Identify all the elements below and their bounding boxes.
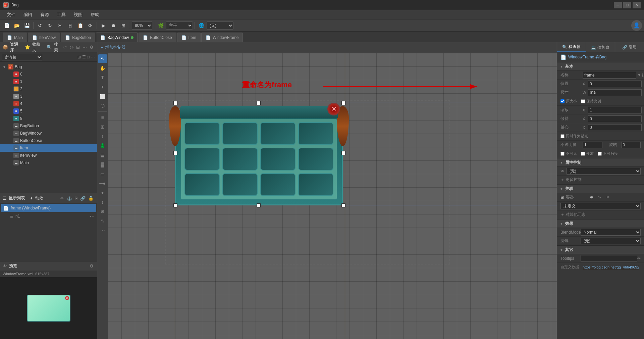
- section-prop-control[interactable]: ▼ 属性控制: [557, 158, 644, 167]
- tab-bagwindow[interactable]: 📄 BagWindow: [96, 33, 138, 42]
- tree-item-5[interactable]: ■ 5: [0, 107, 97, 115]
- frame-action-2[interactable]: •: [92, 206, 94, 210]
- paste-btn[interactable]: 📋: [75, 21, 85, 30]
- tree-item-1[interactable]: ■ 1: [0, 78, 97, 85]
- tree-item-buttonclose[interactable]: ▬ ButtonClose: [0, 137, 97, 144]
- filter-icon-3[interactable]: □: [87, 55, 90, 59]
- bag-slot-1[interactable]: [222, 122, 258, 145]
- bag-slot-11[interactable]: [298, 173, 333, 196]
- add-controller-btn[interactable]: ＋ 增加控制器: [100, 45, 125, 50]
- menu-edit[interactable]: 编辑: [19, 10, 36, 19]
- bag-slot-2[interactable]: [260, 122, 296, 145]
- tree-item-8[interactable]: ■ 8: [0, 115, 97, 122]
- undo-btn[interactable]: ↺: [35, 21, 45, 30]
- tab-bagbutton[interactable]: 📄 BagButton: [61, 33, 95, 42]
- container-target-btn[interactable]: ⊕: [588, 194, 595, 201]
- handle-tc[interactable]: [257, 101, 261, 105]
- lock-btn[interactable]: 🔒: [88, 195, 94, 201]
- text-tool[interactable]: T: [98, 73, 107, 82]
- name-info-btn[interactable]: ℹ: [642, 73, 644, 78]
- bag-slot-6[interactable]: [260, 148, 296, 171]
- bag-slot-3[interactable]: [298, 122, 333, 145]
- prog-tool[interactable]: ▓: [98, 160, 107, 169]
- redo-btn[interactable]: ↻: [45, 21, 55, 30]
- tree-item-main[interactable]: ▬ Main: [0, 159, 97, 166]
- tooltips-edit-btn[interactable]: ✏: [637, 256, 641, 261]
- untouchable-checkbox[interactable]: [598, 152, 602, 156]
- preview-settings-btn[interactable]: ⚙: [89, 263, 94, 269]
- pivot-x-input[interactable]: [588, 124, 642, 131]
- bag-slot-0[interactable]: [184, 122, 220, 145]
- grayed-checkbox[interactable]: [581, 152, 585, 156]
- new-button[interactable]: 📄: [2, 21, 11, 30]
- transform-tool[interactable]: ⊕: [98, 207, 107, 216]
- tooltips-input[interactable]: [581, 255, 637, 262]
- section-relation[interactable]: ▼ 关联: [557, 184, 644, 193]
- menu-tools[interactable]: 工具: [53, 10, 70, 19]
- rect-tool[interactable]: ⬜: [98, 92, 107, 101]
- size-w-input[interactable]: [588, 89, 642, 96]
- filter-select[interactable]: (无): [581, 238, 641, 244]
- container-value-select[interactable]: 未定义: [560, 203, 641, 209]
- tree-item-item[interactable]: ▬ Item: [0, 144, 97, 152]
- prop-control-select[interactable]: (无): [567, 168, 641, 175]
- move-tool[interactable]: ⤡: [98, 216, 107, 225]
- copy-btn[interactable]: ⎘: [65, 21, 75, 30]
- filter-icon-2[interactable]: ☰: [82, 55, 86, 59]
- tree-item-4[interactable]: ✕ 4: [0, 100, 97, 107]
- keepratio-checkbox[interactable]: [581, 99, 585, 103]
- package-filter[interactable]: 所有包: [2, 54, 42, 60]
- stop-btn[interactable]: ⏺: [109, 21, 118, 30]
- handle-bl[interactable]: [173, 203, 177, 207]
- bag-slot-8[interactable]: [184, 173, 220, 196]
- text-rich-tool[interactable]: T̲: [98, 83, 107, 91]
- bag-slot-4[interactable]: [184, 148, 220, 171]
- container-close-btn[interactable]: ✕: [604, 194, 611, 201]
- tree-item-bagwindow[interactable]: ▬ BagWindow: [0, 130, 97, 137]
- canvas-viewport[interactable]: ✕ 重命名为frame: [108, 53, 557, 339]
- tree-item-bagbutton[interactable]: ▬ BagButton: [0, 122, 97, 130]
- scroll-v-tool[interactable]: ↕: [98, 198, 107, 206]
- filter-icon-1[interactable]: ⊞: [77, 55, 81, 59]
- play-btn[interactable]: ▶: [99, 21, 108, 30]
- more-btn[interactable]: ⋯: [82, 44, 88, 50]
- grid-ctrl-tool[interactable]: ⊞: [98, 123, 107, 131]
- bag-close-button[interactable]: ✕: [327, 103, 340, 115]
- settings-icon[interactable]: ⚙: [89, 44, 94, 50]
- tree-tool[interactable]: 🌲: [98, 141, 107, 150]
- n1-action-2[interactable]: •: [92, 214, 94, 218]
- layout-btn[interactable]: ⊞: [75, 44, 80, 50]
- fit-btn[interactable]: ⊞: [119, 21, 128, 30]
- menu-file[interactable]: 文件: [3, 10, 19, 19]
- menu-help[interactable]: 帮助: [87, 10, 103, 19]
- scene-select[interactable]: (无): [207, 21, 233, 30]
- list-ctrl-tool[interactable]: ≡: [98, 113, 107, 122]
- rotate-input[interactable]: [621, 142, 641, 148]
- tab-inspector[interactable]: 🔍 检查器: [557, 42, 586, 52]
- bag-slot-5[interactable]: [222, 148, 258, 171]
- scroll-tool[interactable]: ↕: [98, 132, 107, 141]
- menu-resource[interactable]: 资源: [36, 10, 53, 19]
- link-btn[interactable]: 🔗: [79, 195, 86, 201]
- close-button[interactable]: ✕: [633, 2, 641, 8]
- syncpivot-checkbox[interactable]: [560, 134, 565, 138]
- skew-x-input[interactable]: [588, 115, 642, 122]
- bag-slot-7[interactable]: [298, 148, 333, 171]
- input-tool[interactable]: ▭: [98, 170, 107, 178]
- combo-tool[interactable]: ▾: [98, 188, 107, 197]
- tree-item-0[interactable]: ■ 0: [0, 70, 97, 78]
- maximize-button[interactable]: □: [623, 2, 631, 8]
- tree-item-bag[interactable]: ▼ 🎒 Bag: [0, 63, 97, 70]
- customdata-link[interactable]: https://blog.csdn.net/qq_46649692: [583, 265, 639, 269]
- handle-tr[interactable]: [341, 101, 345, 105]
- zoom-select[interactable]: 80% 100% 50%: [132, 21, 152, 30]
- n1-action-1[interactable]: •: [90, 214, 91, 218]
- handle-ml[interactable]: [173, 151, 177, 155]
- tree-item-2[interactable]: □ 2: [0, 85, 97, 93]
- tab-windowframe[interactable]: 📄 WindowFrame: [201, 33, 243, 42]
- select-tool[interactable]: ↖: [98, 54, 107, 63]
- edit-btn[interactable]: ✏: [60, 195, 65, 201]
- user-account-btn[interactable]: 👤: [631, 20, 642, 31]
- section-basic[interactable]: ▼ 基本: [557, 62, 644, 71]
- anchor-btn[interactable]: ⚓: [66, 195, 73, 201]
